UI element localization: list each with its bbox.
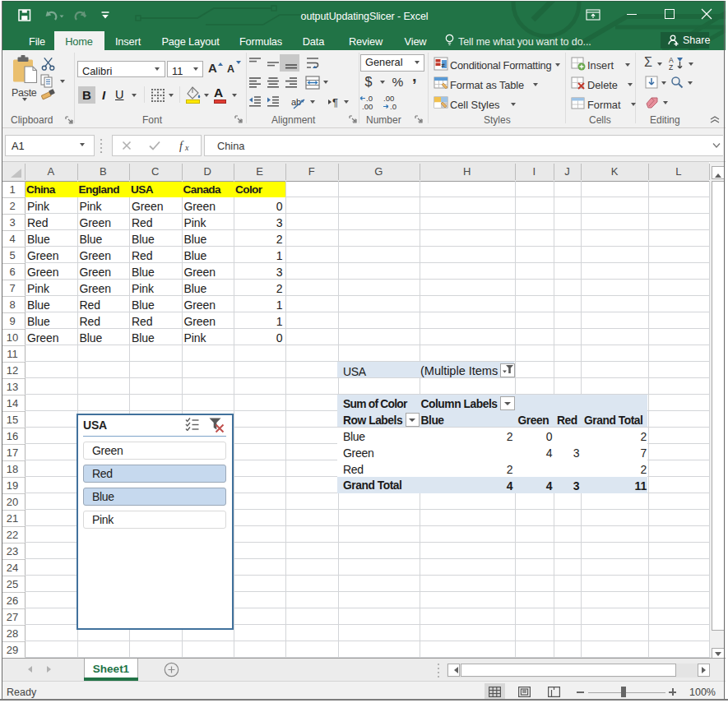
svg-text:Z: Z [669,63,673,71]
svg-text:f: f [179,140,184,152]
svg-text:¶: ¶ [332,96,338,109]
svg-text:x: x [184,143,189,152]
svg-text:.0: .0 [390,102,396,110]
svg-text:.00: .00 [362,102,373,110]
svg-text:≠: ≠ [442,62,446,69]
svg-text:ab: ab [291,97,301,107]
